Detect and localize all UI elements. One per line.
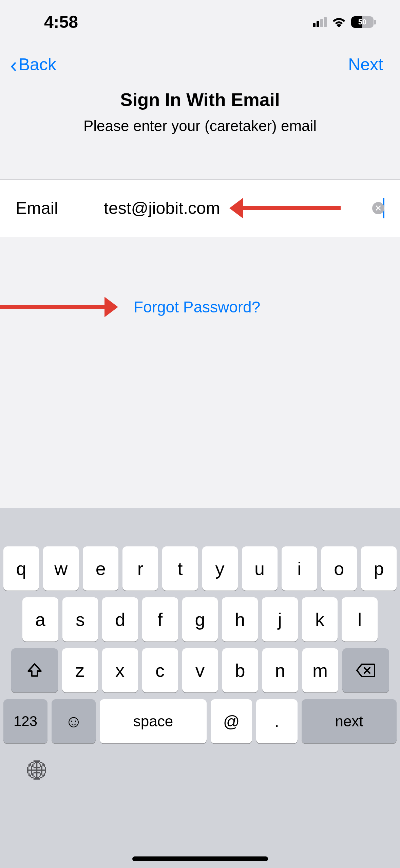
status-time: 4:58	[44, 12, 78, 32]
key-c[interactable]: c	[142, 648, 178, 692]
shift-icon	[26, 662, 43, 679]
key-r[interactable]: r	[122, 546, 158, 591]
key-k[interactable]: k	[302, 597, 338, 641]
chevron-left-icon: ‹	[10, 53, 17, 77]
key-t[interactable]: t	[162, 546, 198, 591]
key-n[interactable]: n	[262, 648, 298, 692]
close-icon: ✕	[375, 203, 382, 214]
key-shift[interactable]	[11, 648, 58, 692]
next-button[interactable]: Next	[348, 55, 390, 74]
battery-icon: 50	[351, 16, 376, 28]
keyboard: q w e r t y u i o p a s d f g h j k l z …	[0, 508, 400, 868]
email-label: Email	[16, 198, 104, 218]
key-z[interactable]: z	[62, 648, 98, 692]
key-g[interactable]: g	[182, 597, 218, 641]
key-l[interactable]: l	[342, 597, 378, 641]
next-label: Next	[348, 55, 383, 74]
email-row[interactable]: Email test@jiobit.com ✕	[0, 179, 400, 237]
status-bar: 4:58 50	[0, 0, 400, 44]
key-x[interactable]: x	[102, 648, 138, 692]
key-w[interactable]: w	[43, 546, 79, 591]
annotation-arrow-icon	[0, 305, 105, 309]
key-q[interactable]: q	[3, 546, 39, 591]
key-delete[interactable]	[342, 648, 389, 692]
key-numbers[interactable]: 123	[3, 699, 47, 743]
key-f[interactable]: f	[142, 597, 178, 641]
key-space[interactable]: space	[100, 699, 207, 743]
keyboard-row-3: z x c v b n m	[3, 648, 397, 692]
page-title: Sign In With Email	[0, 89, 400, 110]
wifi-icon	[331, 16, 346, 29]
clear-input-button[interactable]: ✕	[372, 202, 384, 214]
key-y[interactable]: y	[202, 546, 238, 591]
key-v[interactable]: v	[182, 648, 218, 692]
cellular-icon	[313, 17, 327, 27]
key-dot[interactable]: .	[256, 699, 298, 743]
key-o[interactable]: o	[321, 546, 357, 591]
key-p[interactable]: p	[361, 546, 397, 591]
forgot-row: Forgot Password?	[0, 293, 400, 321]
key-i[interactable]: i	[282, 546, 317, 591]
page-subtitle: Please enter your (caretaker) email	[0, 117, 400, 134]
emoji-icon: ☺	[65, 711, 82, 731]
key-b[interactable]: b	[222, 648, 258, 692]
key-e[interactable]: e	[83, 546, 118, 591]
globe-icon[interactable]: 🌐︎	[27, 760, 47, 783]
home-indicator[interactable]	[132, 856, 268, 861]
status-icons: 50	[313, 16, 376, 29]
key-m[interactable]: m	[302, 648, 338, 692]
nav-bar: ‹ Back Next	[0, 44, 400, 85]
key-emoji[interactable]: ☺	[52, 699, 96, 743]
keyboard-row-2: a s d f g h j k l	[3, 597, 397, 641]
key-d[interactable]: d	[102, 597, 138, 641]
key-u[interactable]: u	[242, 546, 278, 591]
key-at[interactable]: @	[211, 699, 252, 743]
key-h[interactable]: h	[222, 597, 258, 641]
key-j[interactable]: j	[262, 597, 298, 641]
keyboard-row-1: q w e r t y u i o p	[3, 546, 397, 591]
keyboard-bottom-row: 🌐︎	[3, 760, 397, 783]
delete-icon	[356, 663, 375, 678]
keyboard-row-4: 123 ☺ space @ . next	[3, 699, 397, 743]
back-label: Back	[19, 55, 56, 74]
key-a[interactable]: a	[22, 597, 58, 641]
key-s[interactable]: s	[62, 597, 98, 641]
back-button[interactable]: ‹ Back	[10, 53, 56, 77]
forgot-password-link[interactable]: Forgot Password?	[134, 298, 260, 316]
key-next[interactable]: next	[302, 699, 397, 743]
annotation-arrow-icon	[242, 206, 341, 210]
